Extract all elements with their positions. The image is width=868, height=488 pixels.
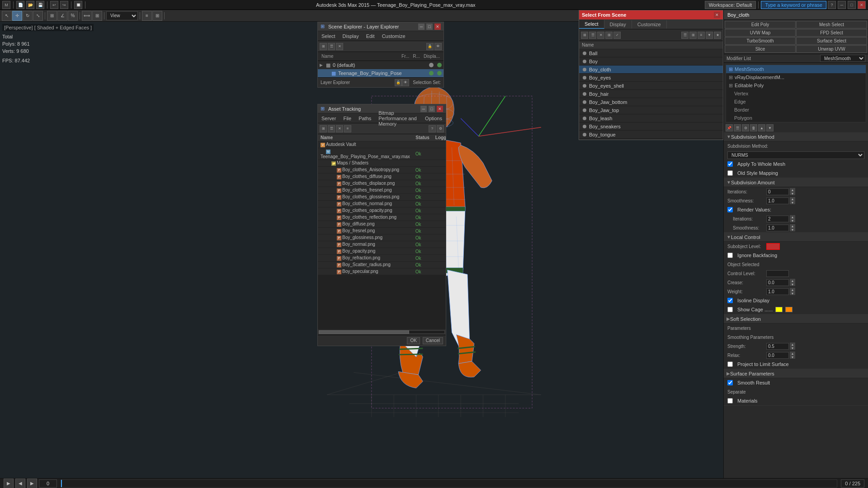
at-row-7[interactable]: PBoy_clothes_glossiness.pngOk <box>318 194 446 201</box>
render-smooth-input[interactable] <box>766 225 789 231</box>
mod-border[interactable]: Border <box>726 106 866 114</box>
crease-down[interactable]: ▼ <box>790 282 795 286</box>
rotate-tool[interactable]: ↻ <box>23 11 33 21</box>
total-frames[interactable]: 0 / 225 <box>841 479 864 488</box>
weight-down[interactable]: ▼ <box>790 291 795 295</box>
at-row-3[interactable]: PBoy_clothes_Anisotropy.pngOk <box>318 167 446 174</box>
redo-btn[interactable]: ↪ <box>60 1 68 9</box>
at-icon2[interactable]: ☰ <box>328 125 335 132</box>
iter-up[interactable]: ▲ <box>790 188 795 192</box>
mirror-tool[interactable]: ⟺ <box>82 11 92 21</box>
se-display[interactable]: Display <box>341 33 361 40</box>
scene-explorer-btn[interactable]: ⊞ <box>152 11 162 21</box>
next-frame[interactable]: ▶ <box>27 479 37 488</box>
scene-explorer-titlebar[interactable]: ⊞ Scene Explorer - Layer Explorer ─ □ ✕ <box>318 22 443 31</box>
surface-params-header[interactable]: ▶ Surface Parameters <box>724 369 868 378</box>
close-btn[interactable]: ✕ <box>858 1 866 9</box>
ss-icon10[interactable]: ★ <box>714 32 721 39</box>
at-row-4[interactable]: PBoy_clothes_diffuse.pngOk <box>318 174 446 180</box>
scene-obj-boy-eyes[interactable]: Boy_eyes <box>579 74 723 82</box>
maximize-btn[interactable]: □ <box>848 1 856 9</box>
at-row-11[interactable]: PBoy_diffuse.pngOk <box>318 221 446 228</box>
timeline-bar[interactable] <box>61 479 837 488</box>
se-bottom-vis[interactable]: 👁 <box>402 79 409 86</box>
se-icon1[interactable]: ⊞ <box>320 43 327 50</box>
ss-icon3[interactable]: ✕ <box>597 32 604 39</box>
mod-down[interactable]: ▼ <box>766 124 774 131</box>
search-box[interactable]: Type a keyword or phrase <box>761 1 826 9</box>
se-bottom-lock[interactable]: 🔒 <box>395 79 402 86</box>
smooth-up[interactable]: ▲ <box>790 197 795 201</box>
scene-obj-teenage-boy-playing-pose[interactable]: Teenage_Boy_Playing_Pose <box>579 139 723 140</box>
percent-snap[interactable]: % <box>68 11 78 21</box>
at-close[interactable]: ✕ <box>437 106 443 112</box>
at-icon1[interactable]: ⊞ <box>320 125 327 132</box>
weight-up[interactable]: ▲ <box>790 288 795 291</box>
relax-down[interactable]: ▼ <box>790 355 795 359</box>
strength-up[interactable]: ▲ <box>790 343 795 346</box>
scene-obj-boy[interactable]: Boy <box>579 57 723 66</box>
se-edit[interactable]: Edit <box>364 33 377 40</box>
scene-obj-boy-eyes-shell[interactable]: Boy_eyes_shell <box>579 82 723 90</box>
undo-btn[interactable]: ↩ <box>50 1 58 9</box>
at-row-14[interactable]: PBoy_normal.pngOk <box>318 241 446 248</box>
cage-color1-swatch[interactable] <box>775 307 783 312</box>
select-tool[interactable]: ↖ <box>2 11 12 21</box>
scene-obj-boy-leash[interactable]: Boy_leash <box>579 114 723 122</box>
ss-icon1[interactable]: ⊞ <box>581 32 588 39</box>
unwrap-uvw-btn[interactable]: Unwrap UVW <box>796 45 867 53</box>
reference-coord[interactable]: ViewWorldLocal <box>106 11 138 20</box>
se-close[interactable]: ✕ <box>434 23 441 30</box>
at-row-16[interactable]: PBoy_refraction.pngOk <box>318 255 446 262</box>
at-minimize[interactable]: ─ <box>420 106 427 112</box>
mod-meshsmooth[interactable]: ⊞ MeshSmooth <box>726 65 866 73</box>
smooth-input[interactable] <box>766 197 789 204</box>
smooth-down[interactable]: ▼ <box>790 201 795 204</box>
at-server[interactable]: Server <box>320 115 338 122</box>
mod-vertex[interactable]: Vertex <box>726 89 866 98</box>
ss-icon7[interactable]: ⊞ <box>689 32 697 39</box>
mod-polygon[interactable]: Polygon <box>726 114 866 122</box>
nurms-select[interactable]: NURMS <box>727 151 864 159</box>
scene-obj-ball[interactable]: Ball <box>579 49 723 57</box>
at-vault-row[interactable]: VAutodesk Vault <box>318 141 446 148</box>
crease-input[interactable] <box>766 279 789 286</box>
smooth-result-cb[interactable] <box>727 380 733 385</box>
mod-up[interactable]: ▲ <box>758 124 765 131</box>
snap-toggle[interactable]: ⊞ <box>47 11 57 21</box>
ss-tab-customize[interactable]: Customize <box>632 20 667 28</box>
strength-down[interactable]: ▼ <box>790 346 795 350</box>
minimize-btn[interactable]: ─ <box>838 1 846 9</box>
mod-trash[interactable]: 🗑 <box>750 124 757 131</box>
crease-up[interactable]: ▲ <box>790 279 795 282</box>
relax-input[interactable] <box>766 352 789 359</box>
local-control-header[interactable]: ▼ Local Control <box>724 233 868 242</box>
render-smooth-up[interactable]: ▲ <box>790 224 795 228</box>
project-cb[interactable] <box>727 361 733 367</box>
modifier-dropdown[interactable]: MeshSmooth <box>820 55 865 62</box>
at-row-8[interactable]: PBoy_clothes_normal.pngOk <box>318 201 446 207</box>
apply-whole-mesh-cb[interactable] <box>727 161 733 167</box>
layer-teenage-boy[interactable]: ▦ Teenage_Boy_Playing_Pose <box>318 69 443 77</box>
new-btn[interactable]: 📄 <box>16 1 24 9</box>
ss-tab-select[interactable]: Select <box>579 20 604 29</box>
save-btn[interactable]: 💾 <box>36 1 44 9</box>
at-icon3[interactable]: ✕ <box>336 125 343 132</box>
at-bitmap[interactable]: Bitmap Performance and Memory <box>377 109 420 127</box>
slice-btn[interactable]: Slice <box>725 45 796 53</box>
prev-frame[interactable]: ◀ <box>15 479 25 488</box>
workspace-btn[interactable]: Workspace: Default <box>705 1 756 9</box>
at-settings[interactable]: ⚙ <box>437 125 444 132</box>
at-row-17[interactable]: PBoy_Scatter_radius.pngOk <box>318 262 446 268</box>
at-paths[interactable]: Paths <box>357 115 373 122</box>
at-row-15[interactable]: PBoy_opacity.pngOk <box>318 248 446 255</box>
ignore-bf-cb[interactable] <box>727 253 733 258</box>
se-vis[interactable]: 👁 <box>434 43 442 50</box>
weight-input[interactable] <box>766 288 789 295</box>
scene-obj-boy-jaw-bottom[interactable]: Boy_Jaw_bottom <box>579 98 723 106</box>
sublevel-input[interactable] <box>766 243 780 250</box>
scene-obj-boy-hair[interactable]: Boy_hair <box>579 90 723 98</box>
at-row-9[interactable]: PBoy_clothes_opacity.pngOk <box>318 207 446 214</box>
scene-obj-boy-sneakers[interactable]: Boy_sneakers <box>579 122 723 131</box>
play-btn[interactable]: ▶ <box>4 479 14 488</box>
